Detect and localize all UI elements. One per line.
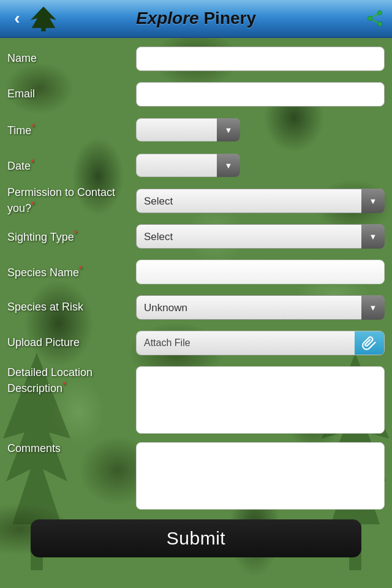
detailed-location-input[interactable] — [136, 366, 385, 434]
sighting-type-select-wrapper: Select Plant Animal Bird Reptile Insect … — [136, 224, 385, 249]
attach-file-label: Attach File — [137, 331, 355, 355]
upload-wrapper: Attach File — [136, 331, 385, 355]
submit-row: Submit — [7, 519, 385, 557]
species-risk-select[interactable]: Unknown Yes No — [136, 295, 385, 320]
date-select-wrapper — [136, 154, 240, 177]
app-header: ‹ Explore Pinery — [0, 0, 392, 38]
species-risk-select-wrapper: Unknown Yes No — [136, 295, 385, 320]
submit-button[interactable]: Submit — [31, 519, 361, 557]
detailed-location-label: Detailed Location Description* — [7, 366, 136, 395]
species-name-input[interactable] — [136, 260, 385, 284]
time-row: Time* — [7, 115, 385, 145]
email-label: Email — [7, 88, 136, 101]
back-button[interactable]: ‹ — [6, 7, 28, 29]
time-select[interactable] — [136, 118, 240, 141]
date-select[interactable] — [136, 154, 240, 177]
comments-label: Comments — [7, 442, 136, 456]
time-select-wrapper — [136, 118, 240, 141]
app-title: Explore Pinery — [28, 9, 364, 28]
detailed-location-row: Detailed Location Description* — [7, 364, 385, 434]
upload-picture-row: Upload Picture Attach File — [7, 328, 385, 358]
form-container: Name Email Time* Date* — [0, 38, 392, 570]
species-name-row: Species Name* — [7, 257, 385, 287]
species-risk-label: Species at Risk — [7, 301, 136, 314]
svg-line-9 — [372, 14, 378, 17]
upload-picture-label: Upload Picture — [7, 336, 136, 350]
email-row: Email — [7, 80, 385, 109]
permission-select[interactable]: Select Yes No — [136, 189, 385, 213]
attach-file-button[interactable] — [355, 331, 384, 355]
name-label: Name — [7, 52, 136, 66]
svg-line-10 — [372, 20, 378, 23]
name-row: Name — [7, 44, 385, 74]
species-risk-row: Species at Risk Unknown Yes No — [7, 293, 385, 322]
permission-select-wrapper: Select Yes No — [136, 189, 385, 213]
permission-label: Permission to Contact you?* — [7, 186, 136, 215]
comments-row: Comments — [7, 440, 385, 510]
sighting-type-row: Sighting Type* Select Plant Animal Bird … — [7, 222, 385, 251]
date-label: Date* — [7, 157, 136, 173]
svg-point-6 — [378, 11, 382, 15]
date-row: Date* — [7, 151, 385, 180]
svg-point-7 — [368, 17, 372, 21]
time-label: Time* — [7, 122, 136, 138]
comments-input[interactable] — [136, 442, 385, 510]
share-button[interactable] — [364, 7, 386, 29]
species-name-label: Species Name* — [7, 264, 136, 280]
sighting-type-select[interactable]: Select Plant Animal Bird Reptile Insect … — [136, 224, 385, 249]
name-input[interactable] — [136, 47, 385, 71]
svg-point-8 — [378, 22, 382, 26]
email-input[interactable] — [136, 82, 385, 107]
permission-row: Permission to Contact you?* Select Yes N… — [7, 186, 385, 216]
sighting-type-label: Sighting Type* — [7, 228, 136, 244]
